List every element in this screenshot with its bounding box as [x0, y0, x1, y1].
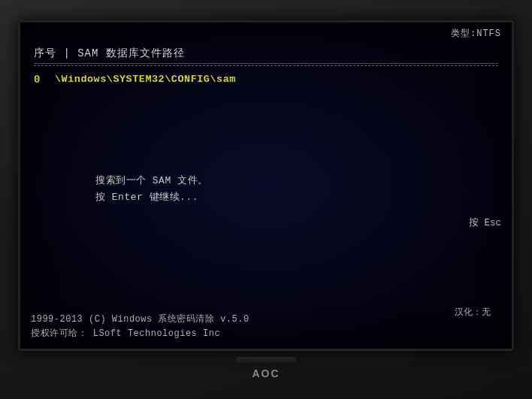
row-number: 0	[34, 74, 46, 86]
header-columns: 序号 | SAM 数据库文件路径	[34, 47, 498, 60]
monitor-stand	[236, 357, 296, 363]
monitor-bottom: AOC	[236, 357, 296, 379]
top-right-label: 类型:NTFS	[451, 27, 501, 40]
header-section: 序号 | SAM 数据库文件路径	[34, 47, 498, 64]
message-area: 搜索到一个 SAM 文件。 按 Enter 键继续...	[95, 173, 497, 206]
esc-hint: 按 Esc	[469, 216, 501, 229]
table-row: 0 \Windows\SYSTEM32\CONFIG\sam	[34, 71, 498, 89]
table-divider	[34, 65, 498, 66]
screen: 类型:NTFS 序号 | SAM 数据库文件路径 0 \Windows\SYST…	[18, 20, 514, 351]
screen-content: 类型:NTFS 序号 | SAM 数据库文件路径 0 \Windows\SYST…	[20, 23, 512, 349]
message-line1: 搜索到一个 SAM 文件。	[95, 173, 497, 189]
bottom-line1: 1999-2013 (C) Windows 系统密码清除 v.5.0	[31, 313, 501, 325]
bottom-right-label: 汉化：无	[455, 306, 491, 319]
message-line2: 按 Enter 键继续...	[95, 189, 497, 206]
row-path: \Windows\SYSTEM32\CONFIG\sam	[55, 74, 236, 85]
bottom-section: 1999-2013 (C) Windows 系统密码清除 v.5.0 授权许可给…	[31, 313, 501, 340]
monitor-outer: 类型:NTFS 序号 | SAM 数据库文件路径 0 \Windows\SYST…	[0, 0, 532, 399]
bottom-line2: 授权许可给： LSoft Technologies Inc	[31, 327, 501, 340]
brand-logo: AOC	[252, 367, 280, 379]
